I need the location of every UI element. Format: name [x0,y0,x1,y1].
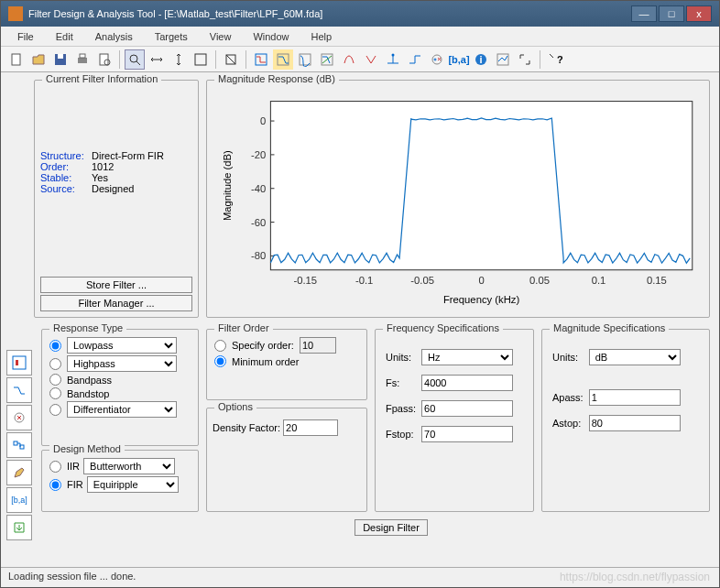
sidebar-pz-icon[interactable] [6,405,32,430]
mag-units-select[interactable]: dB [589,349,681,365]
undo-icon[interactable] [221,49,241,70]
filter-manager-button[interactable]: Filter Manager ... [40,295,192,311]
full-icon[interactable] [515,49,535,70]
menu-file[interactable]: File [8,29,43,44]
diff-select[interactable]: Differentiator [67,401,177,418]
apass-input[interactable] [589,389,681,406]
pz-icon[interactable] [427,49,447,70]
bandstop-radio[interactable] [49,387,61,399]
highpass-select[interactable]: Highpass [67,355,177,372]
round-icon[interactable] [493,49,513,70]
impulse-icon[interactable] [383,49,403,70]
astop-input[interactable] [589,415,681,431]
response-type-group: Response Type Lowpass Highpass Bandpass … [41,329,199,446]
store-filter-button[interactable]: Store Filter ... [40,277,192,293]
svg-rect-45 [14,441,17,445]
menu-view[interactable]: View [201,29,241,44]
iir-select[interactable]: Butterworth [83,458,175,474]
zoom-full-icon[interactable] [191,49,211,70]
fs-input[interactable] [421,375,513,391]
phasedelay-icon[interactable] [361,49,381,70]
step-icon[interactable] [405,49,425,70]
iir-radio[interactable] [49,461,61,473]
svg-text:?: ? [557,54,562,65]
svg-text:0: 0 [260,115,266,126]
menu-targets[interactable]: Targets [146,29,197,44]
menubar: File Edit Analysis Targets View Window H… [1,27,719,47]
magnitude-response-group: Magnitude Response (dB) 0 -20 -40 -60 -8… [206,80,710,318]
svg-rect-2 [58,54,63,59]
coeff-icon[interactable]: [b,a] [449,49,469,70]
structure-value: Direct-Form FIR [92,150,164,161]
design-filter-button[interactable]: Design Filter [355,519,428,536]
mag-icon[interactable] [273,49,293,70]
save-icon[interactable] [50,49,71,70]
sidebar-mag-icon[interactable] [6,377,32,403]
minimum-order-radio[interactable] [214,355,226,367]
zoom-icon[interactable] [125,49,145,70]
freq-spec-group: Frequency Specifications Units:Hz Fs: Fp… [375,329,534,512]
svg-text:-60: -60 [251,217,266,228]
titlebar[interactable]: Filter Design & Analysis Tool - [E:\Matl… [1,1,719,27]
menu-window[interactable]: Window [244,29,298,44]
svg-text:-80: -80 [251,250,266,261]
svg-rect-22 [270,102,692,270]
svg-text:-0.15: -0.15 [293,275,317,286]
sidebar-edit-icon[interactable] [6,460,32,485]
svg-text:-0.05: -0.05 [410,275,434,286]
freq-units-select[interactable]: Hz [421,349,513,365]
print-icon[interactable] [72,49,93,70]
close-button[interactable]: x [686,5,712,22]
group-label: Current Filter Information [42,73,161,84]
svg-rect-46 [20,445,24,449]
diff-radio[interactable] [49,404,61,416]
svg-point-17 [434,59,436,60]
watermark: https://blog.csdn.net/flypassion [560,571,710,583]
open-icon[interactable] [28,49,49,70]
menu-help[interactable]: Help [302,29,342,44]
sidebar-spec-icon[interactable] [6,350,32,376]
toolbar: [b,a] i ? [1,47,719,72]
print-preview-icon[interactable] [94,49,115,70]
zoom-x-icon[interactable] [147,49,167,70]
fir-radio[interactable] [49,479,61,491]
status-text: Loading session file ... done. [8,571,136,582]
phase-icon[interactable] [295,49,315,70]
spec-icon[interactable] [251,49,271,70]
maximize-button[interactable]: □ [659,5,684,22]
specify-order-radio[interactable] [214,340,226,352]
bandpass-radio[interactable] [49,374,61,386]
magphase-icon[interactable] [317,49,337,70]
stable-label: Stable: [40,172,92,183]
menu-edit[interactable]: Edit [47,29,82,44]
svg-rect-43 [16,360,18,365]
density-factor-input[interactable] [283,419,338,436]
minimize-button[interactable]: — [631,5,657,22]
svg-text:i: i [479,54,482,65]
svg-line-8 [136,61,140,65]
sidebar-realize-icon[interactable] [6,432,32,458]
fpass-input[interactable] [421,400,513,417]
svg-rect-11 [256,54,267,65]
info-icon[interactable]: i [471,49,491,70]
order-value: 1012 [92,161,114,172]
zoom-y-icon[interactable] [169,49,189,70]
svg-point-7 [130,55,137,62]
svg-text:0.15: 0.15 [647,275,667,286]
highpass-radio[interactable] [49,358,61,370]
svg-text:0: 0 [478,275,484,286]
menu-analysis[interactable]: Analysis [86,29,142,44]
stable-value: Yes [92,172,108,183]
svg-rect-42 [13,356,26,369]
lowpass-select[interactable]: Lowpass [67,337,177,354]
fstop-input[interactable] [421,426,513,442]
fir-select[interactable]: Equiripple [87,476,179,493]
help-icon[interactable]: ? [545,49,565,70]
lowpass-radio[interactable] [49,340,61,352]
new-icon[interactable] [6,49,27,70]
sidebar-import-icon[interactable] [6,515,32,540]
current-filter-info-group: Current Filter Information Structure:Dir… [34,80,199,318]
sidebar-coeff-icon[interactable]: [b,a] [6,487,32,513]
svg-text:0.05: 0.05 [529,275,550,286]
grpdelay-icon[interactable] [339,49,359,70]
